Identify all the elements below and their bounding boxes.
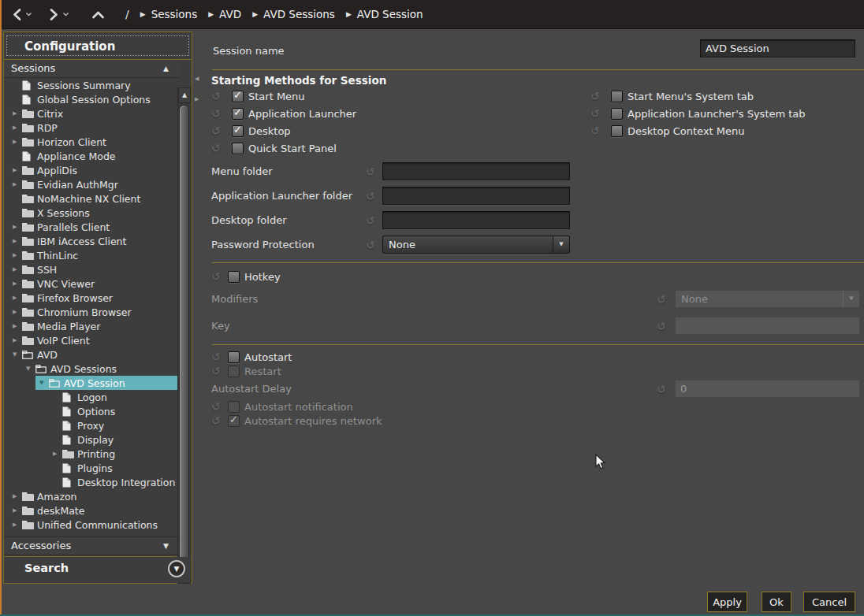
reset-to-default-icon[interactable]: ↺ (211, 91, 223, 102)
tree-item-parallels-client[interactable]: ▶Parallels Client (5, 220, 179, 234)
tree-item-desktop-integration[interactable]: Desktop Integration (5, 475, 179, 489)
breadcrumb-avd-session[interactable]: ▶AVD Session (346, 8, 423, 20)
tree-item-chromium-browser[interactable]: ▶Chromium Browser (5, 305, 179, 319)
sessions-section-header[interactable]: Sessions ▲ (4, 60, 179, 78)
cancel-button[interactable]: Cancel (803, 592, 855, 612)
splitter-left-arrow-icon[interactable]: ◀ (195, 76, 199, 82)
reset-to-default-icon[interactable]: ↺ (366, 191, 378, 202)
checkbox-desktop[interactable] (232, 125, 244, 137)
tree-expanded-expander-icon[interactable]: ▼ (24, 366, 35, 372)
breadcrumb-avd[interactable]: ▶AVD (208, 8, 241, 20)
password-protection-dropdown[interactable]: None ▼ (382, 236, 570, 254)
tree-collapsed-expander-icon[interactable]: ▶ (11, 521, 22, 528)
ok-button[interactable]: Ok (762, 592, 791, 612)
tree-collapsed-expander-icon[interactable]: ▶ (11, 167, 22, 173)
checkbox-start-menu-s-system-tab[interactable] (611, 91, 623, 102)
checkbox-application-launcher-s-system-tab[interactable] (611, 108, 623, 120)
reset-to-default-icon[interactable]: ↺ (590, 91, 602, 102)
tree-item-vnc-viewer[interactable]: ▶VNC Viewer (5, 276, 179, 291)
tree-item-horizon-client[interactable]: ▶Horizon Client (5, 135, 179, 149)
reset-to-default-icon[interactable]: ↺ (590, 125, 602, 136)
tree-item-global-session-options[interactable]: Global Session Options (5, 92, 179, 106)
tree-collapsed-expander-icon[interactable]: ▶ (11, 110, 22, 117)
scrollbar-thumb[interactable] (179, 105, 189, 565)
tree-item-unified-communications[interactable]: ▶Unified Communications (5, 518, 179, 532)
up-button[interactable] (91, 9, 105, 20)
apply-button[interactable]: Apply (707, 592, 747, 612)
breadcrumb-sessions[interactable]: ▶Sessions (140, 8, 197, 20)
autostart-checkbox[interactable] (228, 351, 240, 363)
tree-item-thinlinc[interactable]: ▶ThinLinc (5, 248, 179, 262)
dropdown-arrow-icon[interactable]: ▼ (553, 236, 569, 253)
checkbox-quick-start-panel[interactable] (232, 143, 244, 154)
tree-item-printing[interactable]: ▶Printing (5, 447, 179, 461)
tree-item-citrix[interactable]: ▶Citrix (5, 106, 179, 121)
back-history-caret-icon[interactable] (25, 12, 32, 17)
tree-item-proxy[interactable]: Proxy (5, 418, 179, 432)
checkbox-start-menu[interactable] (232, 91, 244, 102)
reset-to-default-icon[interactable]: ↺ (211, 366, 223, 377)
tree-item-avd[interactable]: ▼AVD (5, 347, 179, 362)
desktop-folder-input[interactable] (382, 211, 570, 229)
forward-button[interactable] (48, 8, 69, 21)
reset-to-default-icon[interactable]: ↺ (211, 125, 223, 136)
tree-item-amazon[interactable]: ▶Amazon (5, 489, 179, 503)
hotkey-checkbox[interactable] (228, 271, 240, 283)
tree-item-ibm-iaccess-client[interactable]: ▶IBM iAccess Client (5, 234, 179, 248)
menu-folder-input[interactable] (382, 162, 570, 180)
tree-collapsed-expander-icon[interactable]: ▶ (11, 139, 22, 145)
tree-item-avd-sessions[interactable]: ▼AVD Sessions (5, 362, 179, 376)
forward-history-caret-icon[interactable] (62, 12, 69, 17)
tree-collapsed-expander-icon[interactable]: ▶ (11, 181, 22, 187)
tree-scrollbar[interactable]: ▲ ▼ (177, 87, 191, 584)
tree-item-media-player[interactable]: ▶Media Player (5, 319, 179, 333)
tree-item-nomachine-nx-client[interactable]: NoMachine NX Client (5, 191, 179, 206)
tree-item-appliance-mode[interactable]: Appliance Mode (5, 149, 179, 163)
tree-item-evidian-authmgr[interactable]: ▶Evidian AuthMgr (5, 177, 179, 191)
tree-collapsed-expander-icon[interactable]: ▶ (51, 451, 62, 457)
reset-to-default-icon[interactable]: ↺ (211, 143, 223, 154)
checkbox-application-launcher[interactable] (232, 108, 244, 120)
tree-expanded-expander-icon[interactable]: ▼ (38, 380, 49, 386)
search-expand-button[interactable]: ▼ (168, 560, 185, 577)
accessories-section-header[interactable]: Accessories ▼ (4, 536, 179, 555)
tree-collapsed-expander-icon[interactable]: ▶ (11, 295, 22, 301)
tree-item-applidis[interactable]: ▶AppliDis (5, 163, 179, 177)
tree-item-sessions-summary[interactable]: Sessions Summary (5, 78, 179, 92)
tree-collapsed-expander-icon[interactable]: ▶ (11, 309, 22, 315)
tree-collapsed-expander-icon[interactable]: ▶ (11, 252, 22, 258)
tree-item-avd-session[interactable]: ▼AVD Session (5, 376, 179, 390)
reset-to-default-icon[interactable]: ↺ (211, 415, 223, 426)
reset-to-default-icon[interactable]: ↺ (211, 401, 223, 412)
session-name-input[interactable] (700, 39, 855, 58)
tree-collapsed-expander-icon[interactable]: ▶ (11, 323, 22, 329)
breadcrumb-avd-sessions[interactable]: ▶AVD Sessions (252, 8, 335, 20)
tree-collapsed-expander-icon[interactable]: ▶ (11, 238, 22, 244)
tree-collapsed-expander-icon[interactable]: ▶ (11, 280, 22, 287)
splitter-right-arrow-icon[interactable]: ▶ (195, 96, 199, 102)
breadcrumb-root[interactable]: / (125, 8, 129, 20)
tree-item-plugins[interactable]: Plugins (5, 461, 179, 475)
reset-to-default-icon[interactable]: ↺ (657, 294, 668, 305)
tree-item-x-sessions[interactable]: X Sessions (5, 206, 179, 220)
tree-collapsed-expander-icon[interactable]: ▶ (11, 507, 22, 514)
reset-to-default-icon[interactable]: ↺ (211, 351, 223, 362)
tree-item-ssh[interactable]: ▶SSH (5, 262, 179, 276)
application-launcher-folder-input[interactable] (382, 187, 570, 205)
back-button[interactable] (11, 8, 32, 21)
reset-to-default-icon[interactable]: ↺ (211, 271, 223, 282)
reset-to-default-icon[interactable]: ↺ (366, 239, 378, 250)
tree-item-firefox-browser[interactable]: ▶Firefox Browser (5, 291, 179, 305)
tree-item-deskmate[interactable]: ▶deskMate (5, 503, 179, 518)
reset-to-default-icon[interactable]: ↺ (366, 215, 378, 226)
tree-item-logon[interactable]: Logon (5, 390, 179, 404)
reset-to-default-icon[interactable]: ↺ (590, 108, 602, 119)
reset-to-default-icon[interactable]: ↺ (657, 321, 668, 332)
reset-to-default-icon[interactable]: ↺ (211, 108, 223, 119)
tree-collapsed-expander-icon[interactable]: ▶ (11, 224, 22, 230)
reset-to-default-icon[interactable]: ↺ (657, 384, 668, 395)
tree-collapsed-expander-icon[interactable]: ▶ (11, 124, 22, 131)
reset-to-default-icon[interactable]: ↺ (366, 166, 378, 177)
tree-collapsed-expander-icon[interactable]: ▶ (11, 266, 22, 273)
tree-collapsed-expander-icon[interactable]: ▶ (11, 337, 22, 343)
